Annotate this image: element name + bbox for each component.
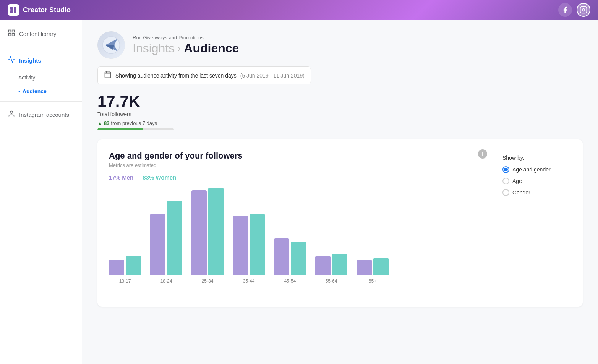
sidebar-item-activity[interactable]: Activity [18, 71, 82, 84]
sidebar-divider [0, 47, 82, 47]
logo-text: Creator Studio [23, 6, 71, 14]
women-label: Women [156, 174, 176, 181]
bar-label: 25-34 [202, 278, 214, 284]
total-followers-label: Total followers [97, 111, 583, 117]
bar-group: 25-34 [191, 188, 224, 284]
sidebar-divider-2 [0, 101, 82, 102]
sidebar-insights-label: Insights [19, 57, 41, 64]
bar-pair [233, 214, 265, 275]
bar-men [357, 260, 372, 275]
progress-bar [97, 128, 174, 130]
change-label: from previous 7 days [111, 120, 157, 126]
radio-item[interactable]: Gender [502, 189, 571, 196]
bar-group: 13-17 [109, 256, 141, 284]
legend-women: 83% Women [143, 174, 176, 181]
bar-group: 45-54 [274, 238, 306, 284]
svg-rect-7 [9, 30, 11, 32]
svg-point-11 [10, 111, 13, 114]
change-arrow-icon: ▲ [97, 120, 102, 126]
bar-pair [357, 258, 389, 275]
chart-header: Age and gender of your followers Metrics… [109, 151, 487, 174]
chart-main: Age and gender of your followers Metrics… [109, 151, 487, 295]
sidebar-instagram-accounts-label: Instagram accounts [19, 112, 69, 118]
show-by-panel: Show by: Age and genderAgeGender [502, 151, 571, 295]
bar-group: 35-44 [233, 214, 265, 284]
content-area: Run Giveaways and Promotions Insights › … [82, 20, 598, 364]
women-pct: 83% [143, 174, 154, 181]
page-title-area: Run Giveaways and Promotions Insights › … [133, 35, 239, 55]
sidebar-item-content-library[interactable]: Content library [0, 24, 82, 44]
avatar-inner [97, 31, 125, 59]
insights-icon [8, 56, 15, 65]
legend-men: 17% Men [109, 174, 133, 181]
bar-women [126, 256, 141, 275]
radio-group: Age and genderAgeGender [502, 166, 571, 196]
svg-rect-8 [12, 30, 15, 32]
date-range-text: Showing audience activity from the last … [115, 73, 237, 79]
change-value: 83 [104, 120, 109, 126]
sidebar-sub-insights: Activity Audience [0, 71, 82, 98]
content-library-icon [8, 29, 15, 39]
show-by-title: Show by: [502, 155, 571, 161]
sidebar-item-instagram-accounts[interactable]: Instagram accounts [0, 105, 82, 125]
chart-title: Age and gender of your followers [109, 151, 243, 161]
svg-rect-0 [10, 7, 13, 10]
breadcrumb-separator: › [178, 43, 181, 54]
sidebar-item-audience[interactable]: Audience [18, 84, 82, 98]
account-name: Run Giveaways and Promotions [133, 35, 239, 40]
radio-item[interactable]: Age and gender [502, 166, 571, 173]
logo: Creator Studio [8, 4, 71, 16]
radio-item[interactable]: Age [502, 178, 571, 184]
bar-men [191, 190, 207, 275]
svg-rect-2 [10, 10, 13, 13]
progress-fill [97, 128, 143, 130]
date-banner: Showing audience activity from the last … [97, 66, 311, 84]
chart-subtitle: Metrics are estimated. [109, 162, 243, 168]
bar-chart: 13-1718-2425-3435-4445-5455-6465+ [109, 188, 487, 295]
bar-label: 45-54 [284, 278, 296, 284]
page-header: Run Giveaways and Promotions Insights › … [97, 31, 583, 59]
bar-women [373, 258, 389, 275]
chart-card: Age and gender of your followers Metrics… [97, 139, 583, 307]
sidebar-content-library-label: Content library [19, 31, 57, 37]
bar-pair [315, 254, 347, 275]
bar-women [291, 242, 306, 275]
men-pct: 17% [109, 174, 120, 181]
bar-pair [150, 201, 182, 275]
svg-point-6 [585, 8, 586, 9]
sidebar-item-insights[interactable]: Insights [0, 50, 82, 71]
bar-women [332, 254, 347, 275]
page-avatar [97, 31, 125, 59]
bar-men [109, 260, 124, 275]
bar-men [233, 216, 248, 275]
main-layout: Content library Insights Activity Audien… [0, 20, 598, 364]
bar-men [315, 256, 331, 275]
facebook-icon[interactable] [558, 3, 572, 17]
bar-men [150, 214, 165, 275]
svg-rect-15 [105, 72, 111, 78]
social-icons [558, 3, 590, 17]
breadcrumb: Insights › Audience [133, 41, 239, 55]
total-followers: 17.7K [97, 94, 583, 110]
bar-label: 55-64 [326, 278, 337, 284]
bar-label: 13-17 [119, 278, 131, 284]
instagram-icon[interactable] [577, 3, 590, 17]
radio-label: Gender [512, 189, 530, 196]
bar-label: 18-24 [160, 278, 172, 284]
stats-section: 17.7K Total followers ▲ 83 from previous… [97, 94, 583, 130]
bar-label: 35-44 [243, 278, 255, 284]
men-label: Men [122, 174, 133, 181]
svg-point-5 [582, 9, 585, 11]
svg-rect-10 [12, 34, 15, 36]
sidebar-audience-label: Audience [23, 88, 47, 94]
bar-women [208, 188, 224, 275]
bar-group: 65+ [357, 258, 389, 284]
svg-rect-1 [14, 7, 16, 10]
radio-label: Age and gender [512, 167, 551, 173]
bar-group: 18-24 [150, 201, 182, 284]
breadcrumb-insights[interactable]: Insights [133, 41, 175, 55]
info-icon[interactable]: i [478, 149, 487, 159]
sidebar: Content library Insights Activity Audien… [0, 20, 82, 364]
instagram-accounts-icon [8, 110, 15, 120]
svg-rect-3 [14, 10, 16, 13]
